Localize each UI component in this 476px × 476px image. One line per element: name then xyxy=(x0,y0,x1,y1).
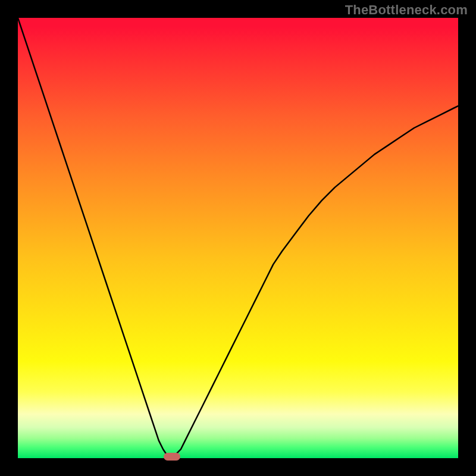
optimal-point-marker xyxy=(164,453,180,461)
chart-frame: TheBottleneck.com xyxy=(0,0,476,476)
watermark-text: TheBottleneck.com xyxy=(345,2,468,18)
bottleneck-curve xyxy=(18,18,458,458)
plot-area xyxy=(18,18,458,458)
